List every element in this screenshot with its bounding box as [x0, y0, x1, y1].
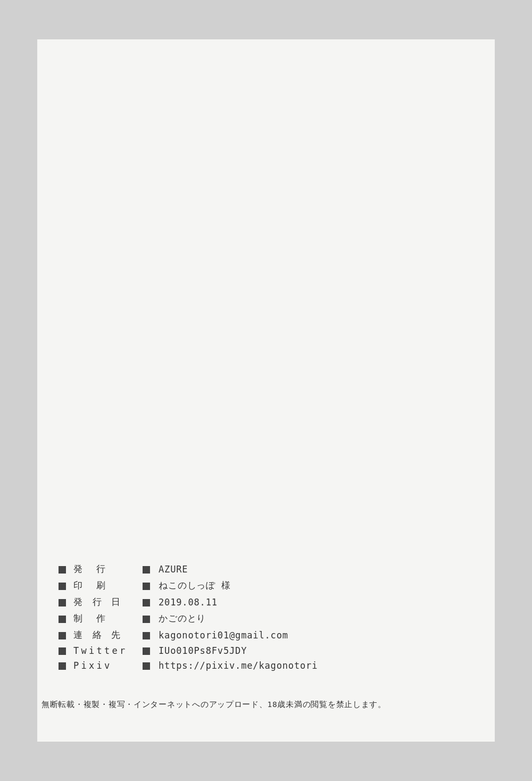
label-hakkoubi: 発 行 日 — [73, 594, 143, 610]
value-pixiv: https://pixiv.me/kagonotori — [159, 658, 318, 673]
page: 発 行 AZURE 印 刷 ねこのしっぽ 様 発 行 日 2019.08.11 — [37, 39, 495, 742]
disclaimer-section: 無断転載・複製・複写・インターネットへのアップロード、18歳未満の閲覧を禁止しま… — [37, 700, 495, 710]
bullet-icon-2 — [143, 577, 159, 594]
value-seisaku: かごのとり — [159, 610, 318, 627]
bullet-icon-1 — [59, 627, 73, 643]
bullet-icon-2 — [143, 643, 159, 658]
bullet-icon-1 — [59, 577, 73, 594]
value-renrakusaki: kagonotori01@gmail.com — [159, 627, 318, 643]
table-row: 発 行 AZURE — [59, 561, 318, 577]
bullet-icon-1 — [59, 561, 73, 577]
value-hakkoubi: 2019.08.11 — [159, 594, 318, 610]
colophon-section: 発 行 AZURE 印 刷 ねこのしっぽ 様 発 行 日 2019.08.11 — [37, 561, 495, 673]
bullet-icon-1 — [59, 658, 73, 673]
colophon-table: 発 行 AZURE 印 刷 ねこのしっぽ 様 発 行 日 2019.08.11 — [59, 561, 318, 673]
label-twitter: Twitter — [73, 643, 143, 658]
disclaimer-text: 無断転載・複製・複写・インターネットへのアップロード、18歳未満の閲覧を禁止しま… — [41, 700, 491, 710]
table-row: Pixiv https://pixiv.me/kagonotori — [59, 658, 318, 673]
bullet-icon-2 — [143, 610, 159, 627]
label-hakkou: 発 行 — [73, 561, 143, 577]
bullet-icon-2 — [143, 594, 159, 610]
table-row: 印 刷 ねこのしっぽ 様 — [59, 577, 318, 594]
label-seisaku: 制 作 — [73, 610, 143, 627]
table-row: 発 行 日 2019.08.11 — [59, 594, 318, 610]
table-row: Twitter IUo010Ps8Fv5JDY — [59, 643, 318, 658]
bullet-icon-2 — [143, 561, 159, 577]
table-row: 制 作 かごのとり — [59, 610, 318, 627]
bullet-icon-1 — [59, 594, 73, 610]
value-twitter: IUo010Ps8Fv5JDY — [159, 643, 318, 658]
label-insatsu: 印 刷 — [73, 577, 143, 594]
label-pixiv: Pixiv — [73, 658, 143, 673]
bullet-icon-2 — [143, 627, 159, 643]
label-renrakusaki: 連 絡 先 — [73, 627, 143, 643]
value-insatsu: ねこのしっぽ 様 — [159, 577, 318, 594]
value-hakkou: AZURE — [159, 561, 318, 577]
table-row: 連 絡 先 kagonotori01@gmail.com — [59, 627, 318, 643]
bullet-icon-1 — [59, 643, 73, 658]
bullet-icon-1 — [59, 610, 73, 627]
bullet-icon-2 — [143, 658, 159, 673]
